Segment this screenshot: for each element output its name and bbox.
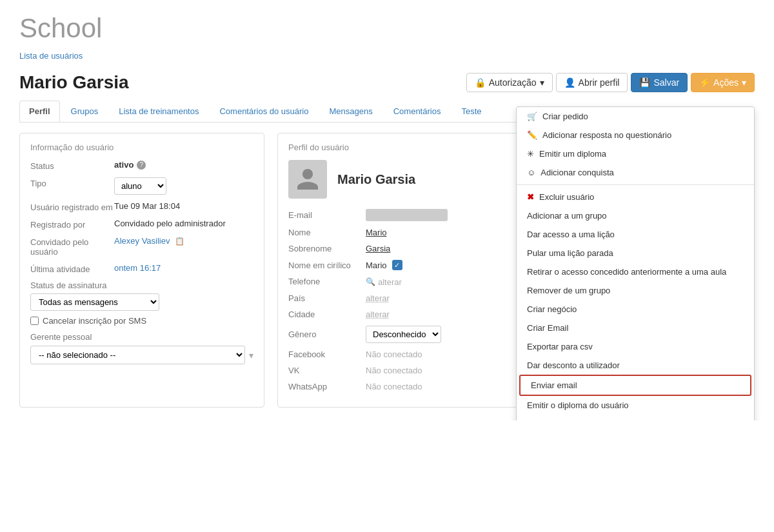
pf-label-cirilico: Nome em cirílico — [288, 261, 366, 270]
tipo-select[interactable]: aluno instrutor admin — [114, 177, 166, 195]
pf-label-whatsapp: WhatsApp — [288, 382, 366, 391]
pf-label-vk: VK — [288, 366, 366, 375]
floppy-icon: 💾 — [639, 77, 650, 88]
save-button[interactable]: 💾 Salvar — [631, 73, 688, 92]
avatar — [288, 160, 327, 199]
subscription-label: Status de assinatura — [30, 281, 253, 290]
dropdown-exportar-csv[interactable]: Exportar para csv — [517, 337, 754, 356]
actions-button[interactable]: ⚡ Ações ▾ — [691, 73, 755, 92]
dropdown-emitir-diploma-usuario[interactable]: Emitir o diploma do usuário — [517, 396, 754, 415]
actions-dropdown-menu: 🛒 Criar pedido ✏️ Adicionar resposta no … — [516, 106, 755, 420]
chevron-down-icon-2: ▾ — [742, 77, 746, 88]
status-text: ativo — [114, 160, 134, 170]
pf-label-email: E-mail — [288, 210, 366, 220]
subscription-row: Status de assinatura Todas as mensagens … — [30, 281, 253, 311]
value-convidado: Alexey Vasiliev 📋 — [114, 236, 253, 246]
info-row-atividade: Última atividade ontem 16:17 — [30, 263, 253, 274]
pf-label-genero: Gênero — [288, 330, 366, 339]
genero-select[interactable]: Desconhecido Masculino Feminino — [366, 326, 441, 343]
dropdown-pular-licao[interactable]: Pular uma lição parada — [517, 244, 754, 262]
dropdown-adicionar-resposta[interactable]: ✏️ Adicionar resposta no questionário — [517, 126, 754, 144]
dropdown-adicionar-grupo[interactable]: Adicionar a um grupo — [517, 206, 754, 225]
open-profile-label: Abrir perfil — [579, 77, 620, 88]
dropdown-criar-email[interactable]: Criar Email — [517, 319, 754, 337]
pf-label-sobrenome: Sobrenome — [288, 244, 366, 253]
avatar-icon — [295, 166, 321, 192]
subscription-select[interactable]: Todas as mensagens Nenhuma — [30, 293, 159, 311]
bolt-icon: ⚡ — [699, 77, 710, 88]
label-adicionar-resposta: Adicionar resposta no questionário — [542, 130, 671, 140]
last-activity-link[interactable]: ontem 16:17 — [114, 263, 161, 273]
pf-label-facebook: Facebook — [288, 350, 366, 359]
open-profile-button[interactable]: 👤 Abrir perfil — [556, 73, 628, 92]
authorization-button[interactable]: 🔒 Autorização ▾ — [466, 73, 553, 92]
x-icon: ✖ — [527, 192, 534, 202]
label-remover-grupo: Remover de um grupo — [527, 286, 610, 295]
tab-grupos[interactable]: Grupos — [61, 101, 108, 122]
dropdown-criar-negocio[interactable]: Criar negócio — [517, 300, 754, 319]
header-actions: 🔒 Autorização ▾ 👤 Abrir perfil 💾 Salvar … — [466, 73, 755, 92]
help-icon[interactable]: ? — [137, 161, 146, 170]
breadcrumb-link[interactable]: Lista de usuários — [19, 51, 83, 61]
cancel-sms-checkbox[interactable] — [30, 317, 39, 325]
profile-username: Mario Garsia — [337, 172, 415, 187]
user-info-title: Informação do usuário — [30, 143, 253, 152]
dropdown-retirar-acesso[interactable]: Retirar o acesso concedido anteriormente… — [517, 262, 754, 281]
cancel-sms-row: Cancelar inscrição por SMS — [30, 316, 253, 326]
dropdown-enviar-email[interactable]: Enviar email — [519, 375, 751, 396]
pf-label-pais: País — [288, 293, 366, 303]
dropdown-dar-desconto[interactable]: Dar desconto a utilizador — [517, 356, 754, 375]
dropdown-adicionar-conquista[interactable]: ☺ Adicionar conquista — [517, 163, 754, 182]
label-status: Status — [30, 160, 114, 171]
label-criar-negocio: Criar negócio — [527, 304, 577, 314]
dropdown-enviar-mensagem[interactable]: Enviar uma mensagem — [517, 415, 754, 420]
cidade-link[interactable]: alterar — [366, 310, 390, 319]
pais-link[interactable]: alterar — [366, 293, 390, 303]
invited-by-link[interactable]: Alexey Vasiliev — [114, 236, 170, 246]
label-retirar-acesso: Retirar o acesso concedido anteriormente… — [527, 267, 726, 277]
label-dar-desconto: Dar desconto a utilizador — [527, 360, 620, 370]
label-emitir-diploma-usuario: Emitir o diploma do usuário — [527, 400, 629, 410]
tab-perfil[interactable]: Perfil — [19, 101, 60, 122]
label-atividade: Última atividade — [30, 263, 114, 274]
telefone-search[interactable]: 🔍 alterar — [366, 277, 402, 287]
manager-select[interactable]: -- não selecionado -- — [30, 346, 245, 364]
app-title: School — [19, 13, 755, 44]
pencil-icon: ✏️ — [527, 130, 537, 140]
chevron-down-icon: ▾ — [540, 77, 544, 88]
sobrenome-link[interactable]: Garsia — [366, 244, 390, 253]
tab-comentarios-usuario[interactable]: Comentários do usuário — [210, 101, 318, 122]
value-atividade: ontem 16:17 — [114, 263, 253, 273]
label-tipo: Tipo — [30, 177, 114, 188]
save-label: Salvar — [653, 77, 679, 88]
cancel-sms-label: Cancelar inscrição por SMS — [43, 316, 146, 326]
dropdown-criar-pedido[interactable]: 🛒 Criar pedido — [517, 107, 754, 126]
manager-select-wrapper: -- não selecionado -- ▾ — [30, 346, 253, 364]
label-enviar-mensagem: Enviar uma mensagem — [527, 419, 613, 420]
info-row-status: Status ativo ? — [30, 160, 253, 171]
info-row-registrado-por: Registrado por Convidado pelo administra… — [30, 219, 253, 230]
chevron-manager-icon: ▾ — [249, 350, 253, 360]
tab-mensagens[interactable]: Mensagens — [319, 101, 382, 122]
person-icon: 👤 — [564, 77, 575, 88]
page-wrapper: School Lista de usuários Mario Garsia 🔒 … — [0, 0, 774, 420]
dropdown-excluir-usuario[interactable]: ✖ Excluir usuário — [517, 188, 754, 206]
pf-label-cidade: Cidade — [288, 310, 366, 319]
dropdown-dar-acesso[interactable]: Dar acesso a uma lição — [517, 225, 754, 244]
label-adicionar-conquista: Adicionar conquista — [541, 168, 613, 177]
cirilico-checkbox[interactable]: ✓ — [392, 260, 402, 270]
nome-link[interactable]: Mario — [366, 228, 387, 237]
info-row-convidado: Convidado pelo usuário Alexey Vasiliev 📋 — [30, 236, 253, 257]
tab-comentarios[interactable]: Comentários — [384, 101, 451, 122]
dropdown-emitir-diploma[interactable]: ✳ Emitir um diploma — [517, 144, 754, 163]
subscription-select-wrapper: Todas as mensagens Nenhuma — [30, 293, 253, 311]
dropdown-remover-grupo[interactable]: Remover de um grupo — [517, 281, 754, 300]
tab-teste[interactable]: Teste — [452, 101, 491, 122]
tab-lista-treinamentos[interactable]: Lista de treinamentos — [109, 101, 208, 122]
manager-label: Gerente pessoal — [30, 332, 253, 342]
label-exportar-csv: Exportar para csv — [527, 342, 593, 351]
value-tipo: aluno instrutor admin — [114, 177, 253, 195]
label-dar-acesso: Dar acesso a uma lição — [527, 230, 615, 239]
manager-row-wrapper: Gerente pessoal -- não selecionado -- ▾ — [30, 332, 253, 364]
copy-icon[interactable]: 📋 — [175, 237, 184, 246]
